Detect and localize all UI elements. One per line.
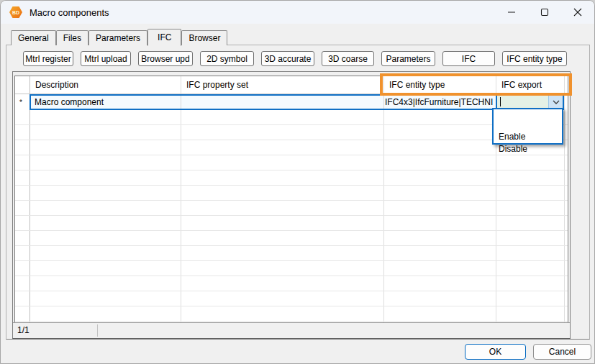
title-bar: BD Macro components: [1, 1, 594, 24]
close-icon: [573, 8, 582, 17]
cancel-button[interactable]: Cancel: [533, 344, 591, 360]
cell-ifc-property-set[interactable]: [185, 96, 379, 109]
empty-grid-row: [15, 261, 568, 276]
dropdown-option-blank[interactable]: [494, 119, 562, 131]
empty-grid-row: [15, 231, 568, 246]
column-header-ifc-export[interactable]: IFC export: [501, 76, 542, 94]
grid-vline: [383, 96, 384, 109]
column-header-description[interactable]: Description: [35, 76, 78, 94]
column-header-ifc-entity-type[interactable]: IFC entity type: [389, 76, 445, 94]
3d-coarse-button[interactable]: 3D coarse: [322, 51, 374, 66]
window-title: Macro components: [29, 7, 109, 18]
record-position: 1/1: [17, 323, 29, 338]
ifc-export-dropdown-list: Enable Disable: [492, 108, 563, 145]
2d-symbol-button[interactable]: 2D symbol: [200, 51, 254, 66]
empty-grid-row: [15, 291, 568, 306]
empty-grid-row: [15, 276, 568, 291]
chevron-down-icon: [553, 100, 560, 104]
empty-grid-row: [15, 125, 568, 140]
mtrl-upload-button[interactable]: Mtrl upload: [81, 51, 131, 66]
grid-vline: [181, 96, 181, 109]
ifc-export-input[interactable]: [497, 95, 548, 109]
3d-accurate-button[interactable]: 3D accurate: [261, 51, 314, 66]
app-logo-icon: BD: [9, 6, 22, 18]
table-row[interactable]: Macro component IFC4x3|IfcFurniture|TECH…: [29, 94, 564, 110]
ifc-button[interactable]: IFC: [442, 51, 495, 66]
mtrl-register-button[interactable]: Mtrl register: [23, 51, 73, 66]
dropdown-option-enable[interactable]: Enable: [494, 131, 562, 143]
empty-rows-area: [15, 110, 568, 322]
empty-grid-row: [15, 186, 568, 201]
tab-ifc[interactable]: IFC: [147, 29, 181, 46]
parameters-button[interactable]: Parameters: [381, 51, 435, 66]
grid-status-bar: 1/1: [13, 322, 570, 338]
dropdown-option-disable[interactable]: Disable: [494, 143, 562, 155]
ifc-entity-type-button[interactable]: IFC entity type: [502, 51, 567, 66]
grid-header: Description IFC property set IFC entity …: [15, 76, 568, 94]
browser-upd-button[interactable]: Browser upd: [138, 51, 193, 66]
ok-button[interactable]: OK: [465, 344, 526, 360]
current-row-marker: *: [19, 99, 22, 106]
empty-grid-row: [15, 306, 568, 322]
tab-general[interactable]: General: [11, 30, 56, 45]
macro-components-dialog: BD Macro components General Files Parame…: [0, 0, 595, 364]
empty-grid-row: [15, 140, 568, 155]
tab-strip: General Files Parameters IFC Browser: [11, 29, 227, 45]
maximize-button[interactable]: [528, 1, 561, 24]
cell-description[interactable]: Macro component: [35, 96, 178, 109]
empty-grid-row: [15, 110, 568, 125]
tab-browser[interactable]: Browser: [181, 30, 227, 45]
toolbar: Mtrl register Mtrl upload Browser upd 2D…: [23, 51, 567, 66]
column-header-ifc-property-set[interactable]: IFC property set: [186, 76, 248, 94]
grid-panel: Description IFC property set IFC entity …: [12, 71, 571, 339]
empty-grid-row: [15, 216, 568, 231]
text-caret: [500, 97, 501, 106]
maximize-icon: [540, 8, 549, 17]
empty-grid-row: [15, 246, 568, 261]
macro-components-grid[interactable]: Description IFC property set IFC entity …: [14, 76, 568, 323]
empty-grid-row: [15, 170, 568, 186]
tab-parameters[interactable]: Parameters: [88, 30, 147, 45]
minimize-icon: [507, 8, 516, 17]
empty-grid-row: [15, 155, 568, 170]
close-button[interactable]: [561, 1, 594, 24]
combo-dropdown-button[interactable]: [548, 95, 563, 109]
empty-grid-row: [15, 201, 568, 216]
minimize-button[interactable]: [495, 1, 528, 24]
tab-files[interactable]: Files: [56, 30, 88, 45]
status-divider: [97, 324, 98, 337]
cell-ifc-entity-type[interactable]: IFC4x3|IfcFurniture|TECHNIC...: [385, 96, 493, 109]
